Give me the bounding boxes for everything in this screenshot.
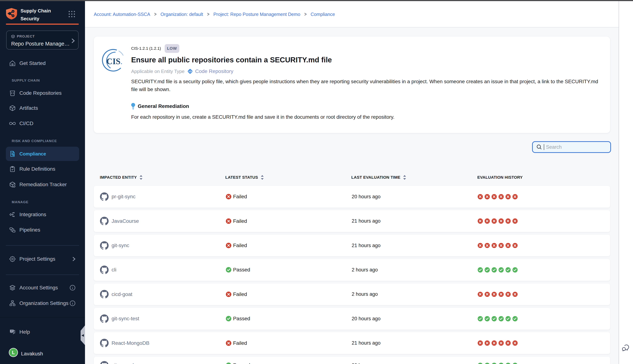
svg-text:</>: </> [188,70,192,73]
svg-text:?: ? [11,330,13,332]
svg-text:CIS: CIS [106,57,121,66]
